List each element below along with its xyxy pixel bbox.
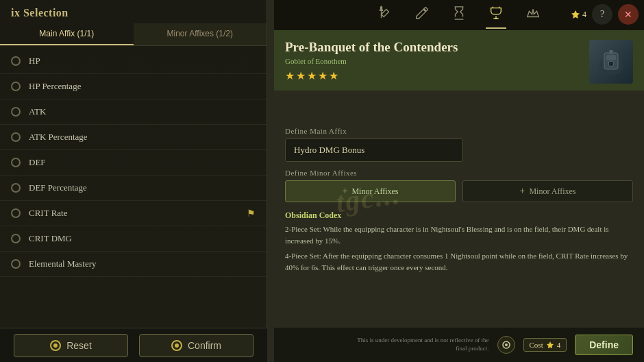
affix-item-0[interactable]: HP bbox=[0, 49, 267, 74]
svg-point-0 bbox=[380, 6, 383, 9]
svg-marker-1 bbox=[571, 10, 580, 19]
affix-radio-5 bbox=[11, 183, 21, 193]
count-value: 4 bbox=[582, 10, 586, 20]
nav-icon-sword[interactable] bbox=[375, 1, 395, 29]
affix-list: HPHP PercentageATKATK PercentageDEFDEF P… bbox=[0, 46, 267, 280]
affix-label-6: CRIT Rate bbox=[29, 208, 67, 219]
set-desc-2piece: 2-Piece Set: While the equipping charact… bbox=[285, 224, 633, 246]
affix-item-7[interactable]: CRIT DMG bbox=[0, 226, 267, 252]
svg-point-5 bbox=[608, 61, 614, 67]
tab-main-affix[interactable]: Main Affix (1/1) bbox=[0, 23, 134, 45]
plus-icon-1: + bbox=[342, 186, 347, 197]
top-right-icons: 4 ? ✕ bbox=[571, 4, 639, 25]
nav-icon-hourglass[interactable] bbox=[449, 1, 469, 29]
tabs-row: Main Affix (1/1) Minor Affixes (1/2) bbox=[0, 23, 267, 46]
minor-affix-label-1: Minor Affixes bbox=[351, 186, 398, 197]
artifact-header: Pre-Banquet of the Contenders Goblet of … bbox=[285, 40, 633, 84]
affix-label-3: ATK Percentage bbox=[29, 132, 88, 143]
minor-affix-label-2: Minor Affixes bbox=[529, 186, 575, 197]
count-badge: 4 bbox=[571, 10, 586, 20]
affix-radio-3 bbox=[11, 132, 21, 142]
tab-minor-affixes[interactable]: Minor Affixes (1/2) bbox=[134, 23, 267, 45]
cost-badge: Cost 4 bbox=[523, 338, 567, 352]
main-affix-label: Define Main Affix bbox=[285, 127, 633, 135]
artifact-subtitle: Goblet of Eonothem bbox=[285, 57, 458, 65]
affix-radio-1 bbox=[11, 82, 21, 91]
svg-rect-4 bbox=[606, 55, 616, 60]
bottom-right-bar: This is under development and is not ref… bbox=[274, 328, 644, 362]
minor-affix-slot-2[interactable]: + Minor Affixes bbox=[462, 180, 633, 202]
define-button[interactable]: Define bbox=[575, 335, 633, 355]
confirm-label: Confirm bbox=[188, 340, 221, 351]
affix-item-1[interactable]: HP Percentage bbox=[0, 74, 267, 99]
nav-icon-pen[interactable] bbox=[412, 1, 432, 29]
bottom-buttons: Reset Confirm bbox=[0, 328, 267, 362]
affix-label-8: Elemental Mastery bbox=[29, 258, 97, 269]
affix-radio-2 bbox=[11, 107, 21, 117]
set-desc-4piece: 4-Piece Set: After the equipping charact… bbox=[285, 250, 633, 273]
affix-item-3[interactable]: ATK Percentage bbox=[0, 125, 267, 150]
nav-icon-trophy[interactable] bbox=[486, 1, 506, 29]
artifact-text-block: Pre-Banquet of the Contenders Goblet of … bbox=[285, 40, 458, 82]
confirm-icon bbox=[171, 340, 182, 351]
minor-affix-slot-1[interactable]: + Minor Affixes bbox=[285, 180, 456, 202]
reset-icon bbox=[50, 340, 61, 351]
svg-marker-10 bbox=[547, 341, 554, 348]
main-affix-value[interactable]: Hydro DMG Bonus bbox=[285, 138, 463, 162]
affix-item-5[interactable]: DEF Percentage bbox=[0, 176, 267, 201]
top-bar: 4 ? ✕ bbox=[274, 0, 644, 30]
extra-button[interactable] bbox=[497, 336, 515, 354]
extra-icon-area bbox=[497, 336, 515, 354]
affix-item-4[interactable]: DEF bbox=[0, 150, 267, 176]
affix-label-4: DEF bbox=[29, 157, 46, 168]
set-name: Obsidian Codex bbox=[285, 210, 633, 221]
affix-label-7: CRIT DMG bbox=[29, 233, 72, 244]
affix-label-2: ATK bbox=[29, 106, 46, 117]
left-panel: ix Selection Main Affix (1/1) Minor Affi… bbox=[0, 0, 267, 362]
artifact-info: Pre-Banquet of the Contenders Goblet of … bbox=[274, 30, 644, 90]
cost-value: 4 bbox=[557, 341, 561, 349]
artifact-image bbox=[589, 40, 633, 84]
help-button[interactable]: ? bbox=[592, 4, 612, 25]
close-button[interactable]: ✕ bbox=[618, 4, 639, 25]
panel-title: ix Selection bbox=[0, 0, 267, 23]
affix-label-0: HP bbox=[29, 56, 40, 67]
affix-radio-6 bbox=[11, 208, 21, 218]
dev-disclaimer: This is under development and is not ref… bbox=[352, 337, 489, 352]
affix-item-8[interactable]: Elemental Mastery bbox=[0, 252, 267, 277]
plus-icon-2: + bbox=[519, 186, 525, 197]
minor-affixes-label: Define Minor Affixes bbox=[285, 169, 633, 177]
affix-radio-8 bbox=[11, 259, 21, 269]
affix-radio-4 bbox=[11, 158, 21, 167]
affix-item-6[interactable]: CRIT Rate⚑ bbox=[0, 201, 267, 226]
affix-item-2[interactable]: ATK bbox=[0, 99, 267, 125]
cost-label: Cost bbox=[530, 341, 543, 349]
artifact-stars: ★★★★★ bbox=[285, 69, 458, 82]
affix-radio-0 bbox=[11, 56, 21, 66]
confirm-button[interactable]: Confirm bbox=[139, 334, 253, 357]
nav-icon-crown[interactable] bbox=[523, 1, 543, 29]
main-content: Define Main Affix Hydro DMG Bonus Define… bbox=[274, 120, 644, 280]
svg-point-9 bbox=[505, 343, 508, 346]
affix-label-5: DEF Percentage bbox=[29, 182, 87, 193]
affix-label-1: HP Percentage bbox=[29, 81, 81, 92]
bookmark-icon-6: ⚑ bbox=[247, 208, 256, 219]
reset-button[interactable]: Reset bbox=[14, 334, 128, 357]
artifact-title: Pre-Banquet of the Contenders bbox=[285, 40, 458, 56]
affix-radio-7 bbox=[11, 234, 21, 243]
reset-label: Reset bbox=[66, 340, 92, 351]
minor-affixes-row: + Minor Affixes + Minor Affixes bbox=[285, 180, 633, 202]
